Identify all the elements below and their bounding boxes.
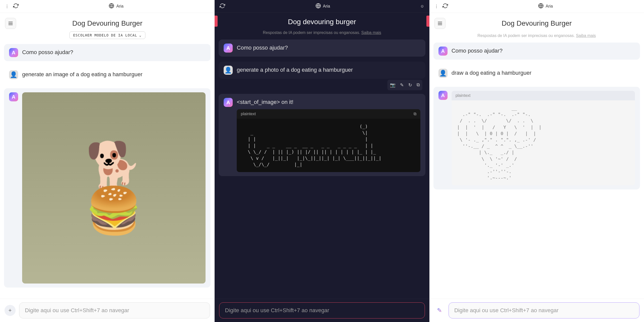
code-language-label: plaintext	[241, 112, 256, 116]
aria-avatar-icon: A	[438, 47, 448, 56]
magic-wand-button[interactable]: ✎	[434, 305, 445, 316]
menu-button[interactable]	[434, 18, 446, 29]
ai-message-text: Como posso ajudar?	[237, 44, 420, 52]
model-selector-label: ESCOLHER MODELO DE IA LOCAL	[73, 33, 137, 37]
learn-more-link[interactable]: Saiba mais	[361, 30, 381, 35]
aria-avatar-icon: A	[9, 48, 18, 57]
aria-brand-label: Aria	[116, 4, 123, 9]
reload-icon[interactable]	[442, 3, 448, 10]
ai-message-text: Como posso ajudar?	[22, 48, 206, 56]
aria-avatar-icon: A	[438, 91, 448, 100]
user-message-text: draw a dog eating a hamburguer	[452, 69, 635, 77]
camera-icon[interactable]: 📷	[390, 82, 395, 88]
copy-code-icon[interactable]: ⧉	[414, 112, 416, 116]
globe-icon	[315, 3, 321, 10]
code-language-label: plaintext	[456, 93, 471, 98]
topbar: Aria ☺	[215, 0, 429, 13]
ai-disclaimer: Respostas de IA podem ser imprecisas ou …	[215, 28, 429, 37]
topbar: ⋮ Aria	[0, 0, 215, 13]
user-message: draw a dog eating a hamburguer	[433, 65, 640, 82]
user-avatar-icon	[438, 69, 448, 78]
edit-icon[interactable]: ✎	[400, 82, 404, 88]
globe-icon	[538, 3, 544, 10]
user-avatar-icon	[9, 70, 18, 79]
page-title: Dog Devouring Burger	[450, 19, 624, 27]
ai-message: A Como posso ajudar?	[4, 44, 211, 61]
more-icon[interactable]: ⋮	[434, 4, 438, 9]
chat-input[interactable]: Digite aqui ou use Ctrl+Shift+7 ao naveg…	[219, 302, 425, 318]
user-avatar-icon	[224, 66, 233, 75]
ascii-art-content: (_) _ \| | | | | | _ _ __ _ __ _ _ _ _ _…	[237, 119, 420, 172]
aria-brand-label: Aria	[546, 4, 553, 9]
model-selector[interactable]: ESCOLHER MODELO DE IA LOCAL ⌄	[69, 31, 145, 39]
user-message-text: generate an image of a dog eating a hamb…	[22, 70, 206, 78]
smile-icon[interactable]: ☺	[420, 4, 424, 9]
menu-button[interactable]	[5, 18, 16, 29]
user-message-text: generate a photo of a dog eating a hambu…	[237, 66, 420, 74]
aria-brand-label: Aria	[323, 4, 330, 9]
ai-message-text: Como posso ajudar?	[452, 47, 635, 55]
ai-message-text: <start_of_image> on it!	[237, 98, 420, 106]
more-icon[interactable]: ⋮	[5, 4, 9, 9]
aria-avatar-icon: A	[224, 44, 233, 53]
accent-bar-right	[426, 16, 429, 27]
chat-input[interactable]: Digite aqui ou use Ctrl+Shift+7 ao naveg…	[19, 302, 210, 318]
chat-input[interactable]: Digite aqui ou use Ctrl+Shift+7 ao naveg…	[449, 302, 639, 318]
ai-message: A Como posso ajudar?	[219, 39, 425, 57]
page-title: Dog Devouring Burger	[20, 19, 194, 27]
regenerate-icon[interactable]: ↻	[408, 82, 412, 88]
ai-disclaimer: Respostas de IA podem ser imprecisas ou …	[429, 31, 644, 40]
topbar: ⋮ Aria	[429, 0, 644, 13]
reload-icon[interactable]	[13, 3, 19, 10]
generated-dog-image[interactable]	[22, 92, 206, 284]
user-message: generate a photo of a dog eating a hambu…	[219, 62, 425, 79]
user-message: generate an image of a dog eating a hamb…	[4, 66, 211, 83]
ai-message: A <start_of_image> on it! plaintext ⧉ (_…	[219, 94, 425, 176]
ai-message: A Como posso ajudar?	[433, 43, 640, 60]
ai-message: A plaintext __ .-" "-. .-" "-. .-" "-. /…	[433, 87, 640, 189]
page-title: Dog devouring burger	[220, 18, 424, 26]
add-attachment-button[interactable]: +	[5, 305, 16, 316]
aria-avatar-icon: A	[224, 98, 233, 107]
reload-icon[interactable]	[220, 3, 225, 10]
code-block: plaintext ⧉ (_) _ \| | | | | | _ _	[237, 109, 420, 172]
ascii-art-content: __ .-" "-. .-" "-. .-" "-. / . . \/ \/ .…	[452, 100, 635, 185]
chevron-down-icon: ⌄	[139, 33, 141, 37]
learn-more-link[interactable]: Saiba mais	[576, 33, 596, 38]
aria-avatar-icon: A	[9, 92, 18, 101]
accent-bar-left	[215, 16, 218, 27]
ai-image-message: A	[4, 88, 211, 288]
copy-icon[interactable]: ⧉	[417, 82, 420, 88]
code-block: plaintext __ .-" "-. .-" "-. .-" "-. / .…	[452, 91, 635, 185]
globe-icon	[109, 3, 114, 10]
